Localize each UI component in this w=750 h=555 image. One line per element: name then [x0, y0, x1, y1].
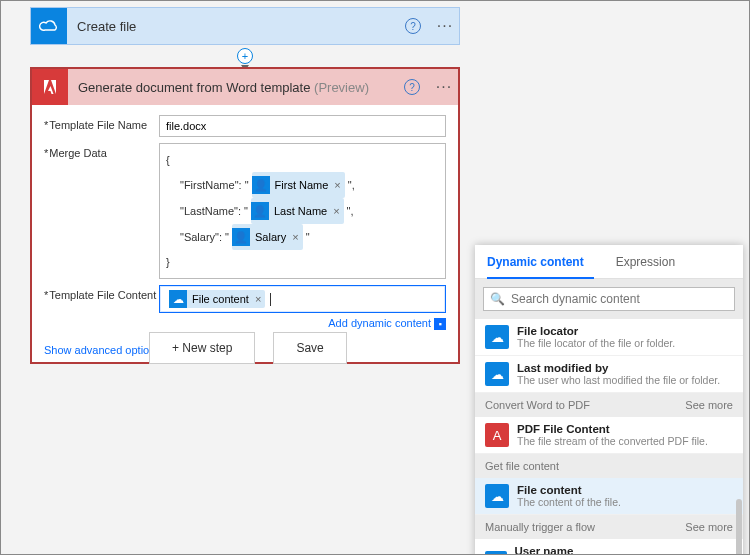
text-caret — [270, 293, 271, 306]
merge-data-label: *Merge Data — [44, 143, 159, 159]
dyn-group: Manually trigger a flowSee more — [475, 515, 743, 539]
person-icon: 👤 — [232, 228, 250, 246]
new-step-button[interactable]: + New step — [149, 332, 255, 364]
merge-data-input[interactable]: { "FirstName": "👤First Name×","LastName"… — [159, 143, 446, 279]
dynamic-content-panel: Dynamic content Expression 🔍 ☁File locat… — [475, 245, 743, 555]
tab-expression[interactable]: Expression — [616, 245, 685, 278]
remove-token-icon[interactable]: × — [329, 199, 343, 223]
dyn-item-icon: ☁ — [485, 484, 509, 508]
create-file-title: Create file — [67, 19, 405, 34]
dyn-item[interactable]: APDF File ContentThe file stream of the … — [475, 417, 743, 454]
template-content-input[interactable]: ☁ File content × — [159, 285, 446, 313]
add-dynamic-content-link[interactable]: Add dynamic content▪ — [159, 317, 446, 330]
dyn-item-icon: ☁ — [485, 362, 509, 386]
template-name-label: *Template File Name — [44, 115, 159, 131]
remove-token-icon[interactable]: × — [251, 293, 265, 305]
dyn-item[interactable]: ☁Last modified byThe user who last modif… — [475, 356, 743, 393]
generate-header[interactable]: Generate document from Word template (Pr… — [32, 69, 458, 105]
add-dynamic-icon: ▪ — [434, 318, 446, 330]
dyn-item-icon: ☁ — [485, 551, 507, 555]
dyn-item[interactable]: ☁User nameThe display name of the user w… — [475, 539, 743, 555]
scrollbar[interactable] — [736, 499, 742, 555]
remove-token-icon[interactable]: × — [330, 173, 344, 197]
connector: + — [237, 43, 253, 67]
adobe-icon — [32, 69, 68, 105]
cloud-icon: ☁ — [169, 290, 187, 308]
generate-title: Generate document from Word template (Pr… — [68, 80, 404, 95]
person-icon: 👤 — [251, 202, 269, 220]
remove-token-icon[interactable]: × — [288, 225, 302, 249]
generate-document-card: Generate document from Word template (Pr… — [30, 67, 460, 364]
dyn-group: Convert Word to PDFSee more — [475, 393, 743, 417]
template-content-label: *Template File Content — [44, 285, 159, 301]
see-more-link[interactable]: See more — [685, 399, 733, 411]
person-icon: 👤 — [252, 176, 270, 194]
search-icon: 🔍 — [490, 292, 505, 306]
merge-token[interactable]: 👤Salary× — [232, 224, 303, 250]
see-more-link[interactable]: See more — [685, 521, 733, 533]
more-icon[interactable]: ··· — [430, 78, 458, 96]
add-step-icon[interactable]: + — [237, 48, 253, 64]
merge-token[interactable]: 👤First Name× — [252, 172, 345, 198]
help-icon[interactable]: ? — [405, 18, 421, 34]
create-file-card[interactable]: Create file ? ··· — [30, 7, 460, 45]
dyn-item-icon: ☁ — [485, 325, 509, 349]
dyn-item-icon: A — [485, 423, 509, 447]
tab-dynamic-content[interactable]: Dynamic content — [487, 245, 594, 279]
cloud-icon — [31, 8, 67, 44]
dyn-item[interactable]: ☁File contentThe content of the file. — [475, 478, 743, 515]
search-dynamic-input[interactable]: 🔍 — [483, 287, 735, 311]
help-icon[interactable]: ? — [404, 79, 420, 95]
save-button[interactable]: Save — [273, 332, 346, 364]
dyn-group: Get file content — [475, 454, 743, 478]
more-icon[interactable]: ··· — [431, 17, 459, 35]
merge-token[interactable]: 👤Last Name× — [251, 198, 344, 224]
file-content-token[interactable]: ☁ File content × — [169, 290, 265, 308]
search-dynamic-field[interactable] — [511, 292, 728, 306]
template-name-input[interactable]: file.docx — [159, 115, 446, 137]
dyn-item[interactable]: ☁File locatorThe file locator of the fil… — [475, 319, 743, 356]
